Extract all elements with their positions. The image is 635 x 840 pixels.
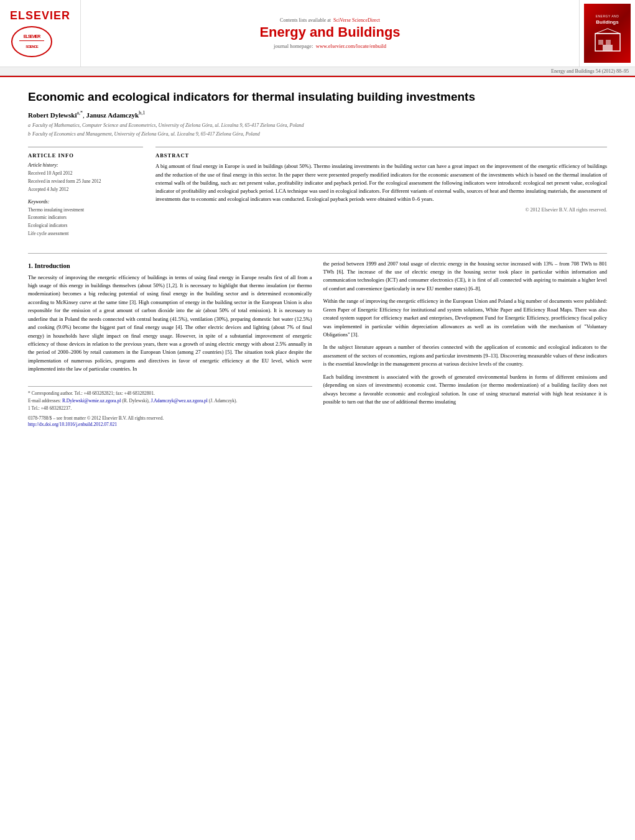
email1-link[interactable]: R.Dylewski@wmie.uz.zgora.pl: [62, 398, 121, 404]
section1-para-2: the period between 1999 and 2007 total u…: [323, 260, 608, 293]
keyword-2: Economic indicators: [28, 214, 143, 222]
affil-1-letter: a: [28, 122, 30, 129]
footnote-tel2: 1 Tel.: +48 683282237.: [28, 405, 312, 412]
date-revised: Received in revised form 25 June 2012: [28, 178, 143, 186]
affil-1-text: Faculty of Mathematics, Computer Science…: [32, 122, 304, 129]
homepage-url[interactable]: www.elsevier.com/locate/enbuild: [316, 43, 386, 49]
sciverse-line: Contents lists available at SciVerse Sci…: [280, 17, 380, 23]
sciverse-text: Contents lists available at: [280, 17, 331, 23]
footer-doi: http://dx.doi.org/10.1016/j.enbuild.2012…: [28, 421, 312, 428]
article-title: Economic and ecological indicators for t…: [28, 90, 607, 105]
journal-homepage: journal homepage: www.elsevier.com/locat…: [274, 43, 386, 49]
affiliations: a Faculty of Mathematics, Computer Scien…: [28, 122, 607, 138]
svg-point-0: [12, 27, 52, 57]
body-two-col: 1. Introduction The necessity of improvi…: [28, 260, 607, 428]
author-2-name: Janusz Adamczyk: [86, 111, 139, 118]
email2-name: (J. Adamczyk).: [209, 398, 238, 404]
keyword-3: Ecological indicators: [28, 222, 143, 230]
svg-text:SCIENCE: SCIENCE: [25, 45, 39, 48]
date-accepted: Accepted 4 July 2012: [28, 186, 143, 194]
svg-rect-7: [603, 45, 613, 51]
article-content: Economic and ecological indicators for t…: [0, 77, 635, 441]
svg-marker-8: [595, 29, 620, 34]
section1-para-4: In the subject literature appears a numb…: [323, 343, 608, 368]
elsevier-logo-svg: ELSEVIER SCIENCE: [10, 24, 53, 58]
section1-heading: 1. Introduction: [28, 262, 312, 269]
author-2-sup: b,1: [139, 110, 145, 116]
date-received: Received 10 April 2012: [28, 170, 143, 178]
journal-header: ELSEVIER ELSEVIER SCIENCE Conte: [0, 0, 635, 77]
authors-line: Robert Dylewskia,*, Janusz Adamczykb,1: [28, 110, 607, 119]
keywords-section: Keywords: Thermo insulating investment E…: [28, 199, 143, 238]
history-title: Article history:: [28, 162, 143, 168]
article-info-title: ARTICLE INFO: [28, 152, 143, 159]
keywords-title: Keywords:: [28, 199, 143, 205]
svg-text:ELSEVIER: ELSEVIER: [24, 34, 41, 39]
abstract-title: ABSTRACT: [155, 152, 607, 159]
section1-para-1: The necessity of improving the energetic…: [28, 274, 312, 374]
footnote-corresponding: * Corresponding author. Tel.: +48 683282…: [28, 390, 312, 397]
abstract-copyright: © 2012 Elsevier B.V. All rights reserved…: [155, 207, 607, 213]
journal-cover-area: ENERGY AND Buildings: [579, 0, 635, 67]
author-1-sup: a,*: [77, 110, 83, 116]
body-col-left: 1. Introduction The necessity of improvi…: [28, 260, 312, 428]
email2-link[interactable]: J.Adamczyk@wez.uz.zgora.pl: [151, 398, 208, 404]
svg-rect-6: [606, 40, 611, 45]
section1-para-3: Within the range of improving the energe…: [323, 297, 608, 339]
keyword-4: Life cycle assessment: [28, 230, 143, 238]
page-wrapper: ELSEVIER ELSEVIER SCIENCE Conte: [0, 0, 635, 441]
doi-link[interactable]: http://dx.doi.org/10.1016/j.enbuild.2012…: [28, 422, 117, 427]
article-info-box: ARTICLE INFO Article history: Received 1…: [28, 147, 143, 242]
elsevier-logo: ELSEVIER ELSEVIER SCIENCE: [10, 8, 70, 58]
affil-2-letter: b: [28, 131, 30, 138]
journal-cover-image: ENERGY AND Buildings: [584, 4, 631, 63]
section1-para-5: Each building investment is associated w…: [323, 373, 608, 407]
svg-rect-2: [19, 40, 44, 41]
affil-1: a Faculty of Mathematics, Computer Scien…: [28, 122, 607, 129]
section-divider: [28, 253, 607, 254]
article-history: Article history: Received 10 April 2012 …: [28, 162, 143, 193]
article-header-bar: Energy and Buildings 54 (2012) 88–95: [0, 67, 635, 76]
article-meta-section: ARTICLE INFO Article history: Received 1…: [28, 147, 607, 242]
sciverse-link[interactable]: SciVerse ScienceDirect: [333, 17, 380, 23]
cover-building-icon: [589, 27, 626, 52]
homepage-label: journal homepage:: [274, 43, 313, 49]
footnotes-area: * Corresponding author. Tel.: +48 683282…: [28, 386, 312, 428]
keyword-1: Thermo insulating investment: [28, 206, 143, 215]
cover-top-text: ENERGY AND: [596, 14, 619, 18]
email1-name: (R. Dylewski),: [122, 398, 149, 404]
footer-copyright: 0378-7788/$ – see front matter © 2012 El…: [28, 415, 312, 421]
body-col-right: the period between 1999 and 2007 total u…: [323, 260, 608, 428]
svg-rect-5: [598, 40, 603, 45]
journal-title-display: Energy and Buildings: [259, 24, 400, 40]
header-top: ELSEVIER ELSEVIER SCIENCE Conte: [0, 0, 635, 67]
author-1-name: Robert Dylewski: [28, 111, 77, 118]
footnote-email: E-mail addresses: R.Dylewski@wmie.uz.zgo…: [28, 397, 312, 405]
cover-title-text: Buildings: [596, 19, 618, 25]
elsevier-logo-area: ELSEVIER ELSEVIER SCIENCE: [0, 0, 81, 67]
affil-2: b Faculty of Economics and Management, U…: [28, 131, 607, 138]
affil-2-text: Faculty of Economics and Management, Uni…: [32, 131, 260, 138]
elsevier-text: ELSEVIER: [10, 9, 70, 22]
header-middle: Contents lists available at SciVerse Sci…: [81, 0, 579, 67]
abstract-text: A big amount of final energy in Europe i…: [155, 162, 607, 203]
abstract-box: ABSTRACT A big amount of final energy in…: [155, 147, 607, 242]
email-label: E-mail addresses:: [28, 398, 61, 404]
